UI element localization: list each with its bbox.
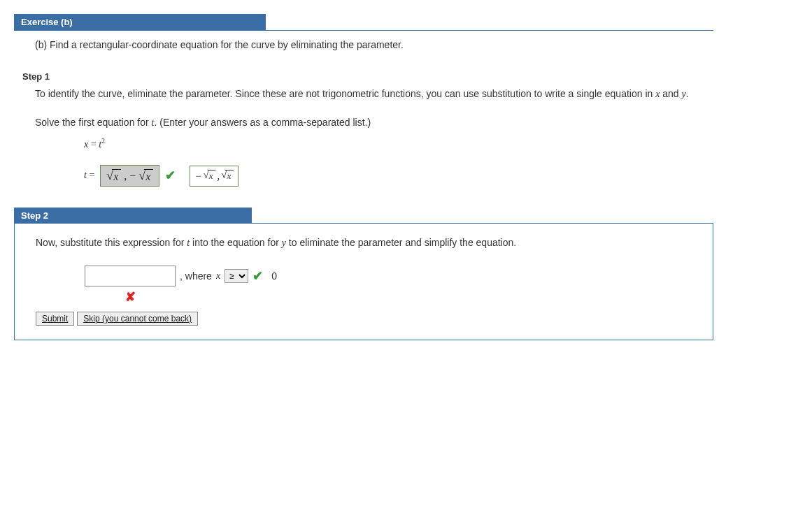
check-icon: ✔ [165, 166, 176, 186]
sqrt-icon: √x [203, 170, 215, 182]
step1-label: Step 1 [14, 64, 713, 86]
user-answer-rad2: x [144, 169, 153, 183]
exercise-prompt-block: (b) Find a rectangular-coordinate equati… [14, 31, 713, 64]
ans-sep: , [217, 168, 220, 184]
step2-header: Step 2 [14, 208, 252, 224]
button-row: Submit Skip (you cannot come back) [36, 312, 692, 326]
step2-container: Step 2 Now, substitute this expression f… [14, 208, 713, 340]
sqrt-icon: √x [221, 170, 234, 182]
equation-input[interactable] [85, 266, 176, 286]
step2-p1b: into the equation for [190, 237, 282, 248]
step1-answer-row: t = √x , − √x ✔ − √x , √x [35, 165, 713, 187]
rhs-zero: 0 [271, 270, 277, 282]
step1-p1-text: To identify the curve, eliminate the par… [35, 88, 655, 99]
x-icon: ✘ [125, 289, 136, 305]
t-label: t [84, 170, 87, 180]
eq1-rhs-exp: 2 [101, 137, 105, 145]
step2-p1c: to eliminate the parameter and simplify … [286, 237, 516, 248]
t-equals: = [89, 170, 94, 180]
user-answer-sep: , − [124, 167, 136, 185]
exercise-header-row: Exercise (b) [14, 14, 713, 31]
exercise-header: Exercise (b) [14, 14, 266, 30]
user-answer-rad1: x [112, 169, 121, 183]
step2-paragraph: Now, substitute this expression for t in… [36, 235, 692, 251]
step1-paragraph1: To identify the curve, eliminate the par… [35, 86, 713, 102]
inequality-select[interactable]: ≥≤=<> [225, 269, 248, 283]
step1-paragraph2: Solve the first equation for t. (Enter y… [35, 115, 713, 131]
skip-button[interactable]: Skip (you cannot come back) [77, 312, 198, 326]
correct-answer-box: − √x , √x [190, 166, 238, 187]
eq1-equals: = [91, 138, 99, 149]
check-icon: ✔ [252, 268, 263, 284]
user-answer-box[interactable]: √x , − √x [100, 165, 159, 187]
step2-box: Now, substitute this expression for t in… [14, 223, 713, 340]
where-var: x [216, 270, 220, 282]
step1-body: To identify the curve, eliminate the par… [14, 86, 713, 194]
ans-neg: − [194, 168, 201, 184]
step1-p2b: . (Enter your answers as a comma-separat… [154, 117, 371, 128]
where-text: , where [180, 270, 212, 282]
sqrt-icon: √x [138, 169, 153, 183]
equation-x-eq-t2: x = t2 [35, 136, 713, 152]
submit-button[interactable]: Submit [36, 312, 74, 326]
step1-p1-and: and [660, 88, 681, 99]
step2-input-row: ✘ , where x ≥≤=<> ✔ 0 [36, 266, 692, 286]
exercise-prompt: (b) Find a rectangular-coordinate equati… [35, 39, 404, 50]
step1-p1-end: . [686, 88, 689, 99]
ans-rad1: x [208, 170, 216, 182]
sqrt-icon: √x [106, 169, 121, 183]
step1-p2a: Solve the first equation for [35, 117, 152, 128]
step2-p1a: Now, substitute this expression for [36, 237, 187, 248]
eq1-lhs: x [84, 138, 88, 149]
ans-rad2: x [225, 170, 234, 182]
